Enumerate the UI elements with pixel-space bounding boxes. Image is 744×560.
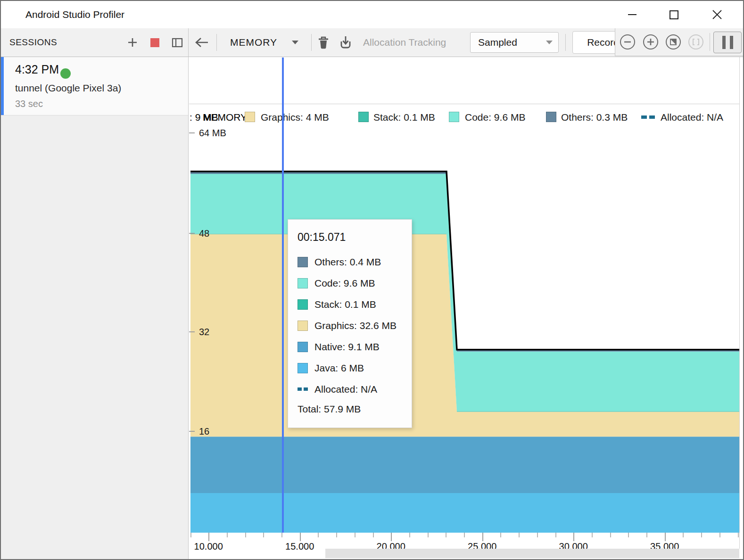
x-axis-tick — [537, 533, 538, 537]
plus-icon — [647, 38, 654, 46]
chevron-down-icon — [546, 41, 553, 44]
zoom-to-selection-button[interactable] — [688, 34, 703, 49]
dash-icon — [304, 387, 308, 391]
chart-title: MEMORY — [203, 112, 247, 123]
x-axis-label: 10.000 — [185, 541, 232, 552]
tooltip-swatch — [298, 299, 308, 310]
session-device: tunnel (Google Pixel 3a) — [15, 82, 121, 94]
legend-swatch-graphics — [245, 112, 255, 122]
legend-swatch-allocated — [641, 115, 655, 119]
dash-icon — [298, 387, 302, 391]
collapse-panel-button[interactable] — [170, 28, 184, 57]
x-axis-tick — [263, 533, 264, 537]
chart-layer-java[interactable] — [190, 493, 739, 533]
x-axis-tick — [428, 533, 429, 537]
x-axis-tick — [628, 533, 629, 537]
maximize-button[interactable] — [660, 1, 687, 28]
tooltip-row: Native: 9.1 MB — [298, 336, 412, 357]
x-axis-tick — [373, 533, 374, 537]
minimize-icon — [628, 14, 637, 15]
minimize-button[interactable] — [619, 1, 646, 28]
garbage-can-button[interactable] — [316, 28, 331, 57]
chart-tooltip: 00:15.071 Others: 0.4 MBCode: 9.6 MBStac… — [288, 219, 412, 428]
stop-icon — [150, 38, 159, 47]
y-axis-tick — [189, 233, 195, 234]
y-axis-label: 16 — [199, 426, 209, 437]
add-session-button[interactable] — [125, 28, 140, 57]
gc-down-arrow-icon — [339, 35, 352, 49]
selected-session-accent — [1, 57, 4, 115]
tooltip-row: Stack: 0.1 MB — [298, 294, 412, 315]
minus-icon — [624, 38, 631, 46]
split-panel-icon — [172, 38, 183, 48]
tooltip-swatch — [298, 278, 308, 288]
x-axis-tick — [555, 533, 556, 537]
x-axis-tick — [227, 533, 228, 537]
y-axis-label: 64 MB — [199, 128, 226, 139]
tooltip-swatch — [298, 363, 308, 373]
tooltip-swatch-dashed — [298, 387, 308, 391]
memory-chart-region[interactable]: : 9 MB MEMORY Graphics: 4 MB Stack: 0.1 … — [189, 57, 744, 560]
x-axis-tick — [592, 533, 593, 537]
timeline-cursor-line — [282, 58, 284, 533]
tooltip-row-label: Stack: 0.1 MB — [314, 299, 376, 310]
zoom-controls-panel — [615, 28, 744, 56]
chevron-down-icon — [292, 41, 298, 44]
tooltip-row-label: Allocated: N/A — [314, 384, 377, 395]
y-axis-tick — [189, 132, 195, 133]
tooltip-row-label: Others: 0.4 MB — [314, 256, 381, 268]
sessions-header-label: SESSIONS — [9, 28, 57, 57]
x-axis-tick — [610, 533, 611, 537]
trash-icon — [317, 35, 330, 49]
y-axis-label: 32 — [199, 327, 209, 338]
x-axis-label: 15.000 — [276, 541, 323, 552]
force-gc-button[interactable] — [338, 28, 354, 57]
tooltip-row: Java: 6 MB — [298, 357, 412, 379]
tooltip-row: Graphics: 32.6 MB — [298, 315, 412, 336]
x-axis-tick — [701, 533, 702, 537]
x-axis-tick — [665, 533, 666, 541]
legend-label: Allocated: N/A — [661, 112, 723, 123]
legend-swatch-code — [449, 112, 459, 122]
dash-icon — [641, 115, 647, 119]
sampling-mode-select[interactable]: Sampled — [470, 32, 559, 53]
reset-zoom-button[interactable] — [666, 34, 681, 49]
tooltip-swatch — [298, 342, 308, 352]
tooltip-row-label: Native: 9.1 MB — [314, 341, 380, 353]
window-title: Android Studio Profiler — [25, 1, 124, 28]
x-axis-tick — [300, 533, 301, 541]
close-icon — [711, 9, 723, 20]
toolbar-separator — [565, 34, 566, 51]
tooltip-rows: Others: 0.4 MBCode: 9.6 MBStack: 0.1 MBG… — [298, 251, 412, 400]
back-button[interactable] — [193, 28, 210, 57]
toolbar-separator — [311, 34, 312, 51]
x-axis-tick — [482, 533, 483, 541]
x-axis-tick — [409, 533, 410, 537]
legend-swatch-stack — [358, 112, 369, 122]
stop-session-button[interactable] — [148, 28, 162, 57]
zoom-out-button[interactable] — [620, 34, 635, 49]
x-axis-tick — [355, 533, 355, 537]
session-list-item[interactable]: 4:32 PM tunnel (Google Pixel 3a) 33 sec — [1, 57, 188, 115]
tooltip-timestamp: 00:15.071 — [298, 231, 412, 244]
profiler-type-dropdown-caret[interactable] — [289, 28, 301, 57]
dash-icon — [649, 115, 655, 119]
allocation-tracking-label: Allocation Tracking — [363, 28, 446, 57]
profiler-window: Android Studio Profiler SESSIONS MEMORY — [0, 0, 744, 560]
session-duration: 33 sec — [15, 99, 43, 109]
zoom-in-button[interactable] — [643, 34, 658, 49]
plus-icon — [127, 37, 138, 48]
memory-stacked-area-chart[interactable] — [189, 57, 739, 533]
horizontal-scrollbar-thumb[interactable] — [325, 549, 739, 558]
tooltip-row-label: Graphics: 32.6 MB — [314, 320, 397, 331]
pause-live-button[interactable] — [713, 32, 742, 53]
x-axis-tick — [336, 533, 337, 537]
close-button[interactable] — [703, 1, 731, 28]
profiler-type-dropdown[interactable]: MEMORY — [230, 28, 277, 57]
sessions-panel: 4:32 PM tunnel (Google Pixel 3a) 33 sec — [1, 57, 189, 560]
x-axis-tick — [208, 533, 209, 541]
x-axis-tick — [683, 533, 684, 537]
tooltip-swatch — [298, 321, 308, 331]
chart-layer-native[interactable] — [190, 436, 739, 493]
session-time: 4:32 PM — [15, 63, 59, 76]
